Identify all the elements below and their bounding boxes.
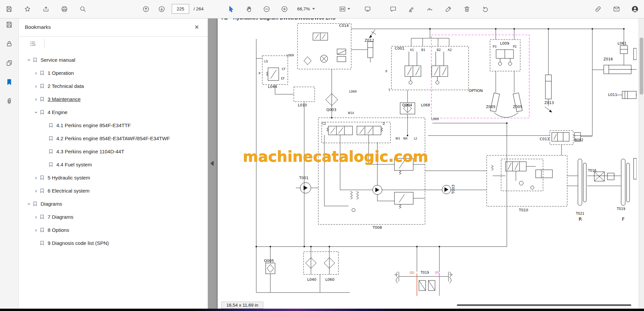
chevron-right-icon[interactable]: › xyxy=(33,188,40,194)
previous-page-button[interactable] xyxy=(140,3,152,15)
highlight-button[interactable] xyxy=(406,3,417,15)
bookmark-item[interactable]: ›Service manual xyxy=(19,53,208,66)
rail-attachments-button[interactable] xyxy=(4,95,15,107)
bookmark-label[interactable]: 3 Maintenance xyxy=(48,96,80,102)
chevron-right-icon[interactable]: › xyxy=(33,83,40,89)
print-button[interactable] xyxy=(59,3,70,15)
diagram-label: Q005 xyxy=(264,259,274,263)
panel-close-button[interactable]: × xyxy=(193,23,201,32)
save-button[interactable] xyxy=(3,3,15,15)
vertical-scrollbar[interactable] xyxy=(639,18,644,309)
diagram-label: Q003 xyxy=(326,108,336,112)
rail-save-button[interactable] xyxy=(4,19,15,30)
search-button[interactable] xyxy=(77,3,89,15)
pdf-viewer-app: / 264 66,7% xyxy=(0,0,644,311)
chevron-right-icon[interactable]: › xyxy=(33,175,40,181)
diagram-label: R xyxy=(579,216,582,222)
diagram-label: P2 xyxy=(513,45,517,48)
display-settings-button[interactable] xyxy=(362,3,373,15)
rail-bookmarks-button[interactable] xyxy=(4,76,15,88)
diagram-label: A1 xyxy=(410,48,414,52)
diagram-label: L011 xyxy=(608,93,617,97)
page-number-input[interactable] xyxy=(172,4,189,14)
bookmark-item[interactable]: ›6 Electrical system xyxy=(19,184,208,197)
select-tool-button[interactable] xyxy=(225,3,237,15)
bookmark-item[interactable]: ›5 Hydraulic system xyxy=(19,171,208,184)
profile-button[interactable] xyxy=(629,3,641,15)
rail-protect-button[interactable] xyxy=(4,38,15,49)
bookmark-label[interactable]: 4.3 Perkins engine 1104D-44T xyxy=(56,149,124,154)
bookmark-item[interactable]: ›1 Operation xyxy=(19,66,208,80)
undo-button[interactable] xyxy=(480,3,491,15)
bookmark-item[interactable]: 4.4 Fuel system xyxy=(19,158,208,171)
zoom-in-button[interactable] xyxy=(279,3,290,15)
bookmark-label[interactable]: 7 Diagrams xyxy=(48,214,73,220)
panel-collapse-handle[interactable] xyxy=(209,159,215,167)
bookmark-label[interactable]: 6 Electrical system xyxy=(48,188,90,194)
chevron-down-icon xyxy=(347,8,350,10)
vertical-scrollbar-thumb[interactable] xyxy=(640,38,643,95)
bookmark-label[interactable]: 5 Hydraulic system xyxy=(48,175,90,180)
chevron-down-icon xyxy=(312,8,315,10)
comment-button[interactable] xyxy=(387,3,399,15)
diagram-label: WA xyxy=(403,137,408,140)
bookmark-item[interactable]: 9 Diagnosis code list (SPN) xyxy=(19,237,208,250)
minus-circle-icon xyxy=(263,5,270,13)
email-button[interactable] xyxy=(611,3,622,15)
bookmark-label[interactable]: 4.1 Perkins engine 854F-E34TTF xyxy=(56,122,131,128)
bookmark-label[interactable]: 8 Options xyxy=(48,227,69,233)
diagram-label: L040 xyxy=(307,277,316,282)
bookmark-label[interactable]: 4 Engine xyxy=(48,109,67,115)
bookmark-label[interactable]: Service manual xyxy=(41,57,75,63)
bookmark-label[interactable]: Diagrams xyxy=(41,201,62,207)
bookmark-item[interactable]: 4.3 Perkins engine 1104D-44T xyxy=(19,145,208,158)
hand-tool-button[interactable] xyxy=(243,3,255,15)
annotation-tools-group xyxy=(387,0,491,18)
fit-width-dropdown[interactable] xyxy=(336,3,353,15)
chevron-right-icon[interactable]: › xyxy=(33,214,40,220)
bookmark-label[interactable]: 1 Operation xyxy=(48,70,74,76)
sign-button[interactable] xyxy=(424,3,436,15)
bookmark-item[interactable]: 4.2 Perkins engine 854E-E34TAWF/854F-E34… xyxy=(19,132,208,145)
rail-pages-button[interactable] xyxy=(4,57,15,68)
zoom-level-dropdown[interactable]: 66,7% xyxy=(297,5,316,13)
chevron-right-icon[interactable]: › xyxy=(33,70,40,76)
next-page-button[interactable] xyxy=(156,3,167,15)
bookmark-item[interactable]: ›4 Engine xyxy=(19,106,208,119)
chevron-down-icon[interactable]: › xyxy=(26,200,32,207)
diagram-label: Z005 xyxy=(486,105,496,109)
share-button[interactable] xyxy=(40,3,52,15)
bookmark-item[interactable]: 4.1 Perkins engine 854F-E34TTF xyxy=(19,119,208,132)
favorite-button[interactable] xyxy=(22,3,33,15)
bookmark-icon xyxy=(40,227,46,232)
bookmark-label[interactable]: 9 Diagnosis code list (SPN) xyxy=(48,240,109,246)
bookmark-item[interactable]: ›7 Diagrams xyxy=(19,210,208,223)
diagram-label: Z005 xyxy=(513,105,523,109)
comment-bubble-icon xyxy=(389,5,397,13)
bookmarks-options-button[interactable] xyxy=(27,38,38,49)
bookmarks-panel-header: Bookmarks × xyxy=(19,18,208,37)
view-tools-group: 66,7% xyxy=(225,0,316,18)
diagram-label: T001 xyxy=(299,176,309,180)
chevron-right-icon[interactable]: › xyxy=(33,227,40,233)
chevron-right-icon[interactable]: › xyxy=(33,96,40,102)
zoom-out-button[interactable] xyxy=(261,3,272,15)
bookmark-item[interactable]: ›2 Technical data xyxy=(19,80,208,93)
bookmark-label[interactable]: 4.4 Fuel system xyxy=(56,162,92,167)
diagram-label: Z016 xyxy=(603,57,613,61)
bookmark-item[interactable]: ›3 Maintenance xyxy=(19,93,208,106)
paperclip-icon xyxy=(5,97,13,105)
bookmark-item[interactable]: ›8 Options xyxy=(19,223,208,237)
chevron-down-icon[interactable]: › xyxy=(26,56,32,63)
bookmark-label[interactable]: 2 Technical data xyxy=(48,83,84,89)
bookmark-label[interactable]: 4.2 Perkins engine 854E-E34TAWF/854F-E34… xyxy=(56,136,170,141)
horizontal-scrollbar-thumb[interactable] xyxy=(457,304,631,306)
share-link-button[interactable] xyxy=(592,3,604,15)
chevron-down-icon[interactable]: › xyxy=(33,109,39,116)
fill-sign-button[interactable] xyxy=(443,3,454,15)
bookmark-item[interactable]: ›Diagrams xyxy=(19,197,208,210)
search-icon xyxy=(79,5,87,13)
avatar xyxy=(631,5,639,13)
delete-button[interactable] xyxy=(461,3,473,15)
diagram-label: A2 xyxy=(448,48,452,52)
